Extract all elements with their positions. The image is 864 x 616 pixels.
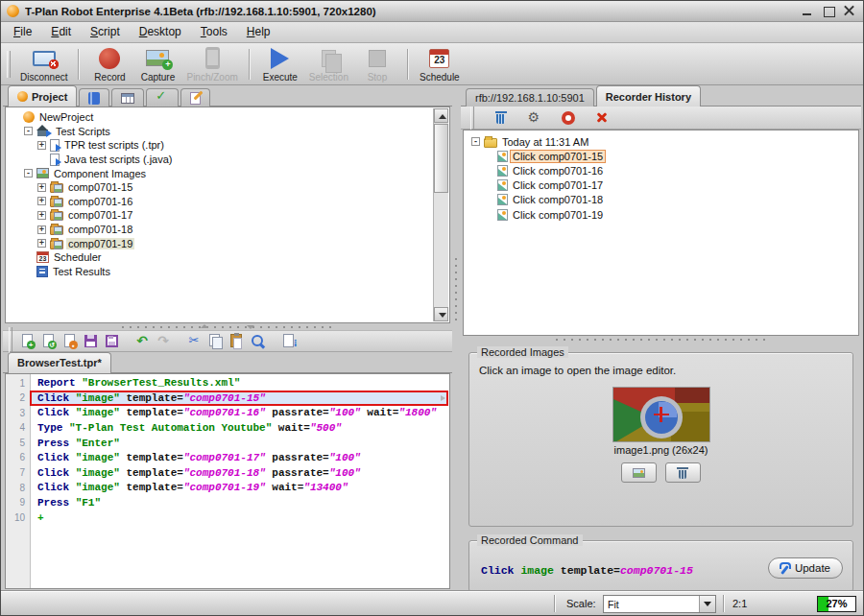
new-document-button[interactable] xyxy=(17,332,36,350)
open-document-button[interactable] xyxy=(38,332,58,350)
copy-button[interactable] xyxy=(205,332,225,350)
tree-item[interactable]: -Today at 11:31 AM xyxy=(468,134,858,149)
toolbar-grip[interactable] xyxy=(7,51,11,78)
tree-item[interactable]: Click comp0701-16 xyxy=(468,163,858,178)
expander-collapse[interactable]: - xyxy=(471,137,480,146)
save-all-button[interactable] xyxy=(102,332,121,350)
recorder-toolbar-grip[interactable] xyxy=(470,105,474,131)
tab-rfb-192-168-1-10-5901[interactable]: rfb://192.168.1.10:5901 xyxy=(466,88,594,107)
tab-check[interactable] xyxy=(146,88,179,107)
chevron-down-icon[interactable] xyxy=(699,596,715,612)
scale-select[interactable]: Fit xyxy=(603,595,716,613)
tree-item[interactable]: +TPR test scripts (.tpr) xyxy=(7,138,432,153)
right-tab-row: rfb://192.168.1.10:5901Recorder History xyxy=(461,85,861,107)
delete-image-button[interactable] xyxy=(665,462,701,483)
recorded-image-thumbnail[interactable] xyxy=(613,388,709,441)
open-image-editor-button[interactable] xyxy=(621,462,657,483)
script-properties-button[interactable] xyxy=(278,332,298,350)
tab-edit[interactable] xyxy=(180,88,210,107)
disconnect-button[interactable]: Disconnect xyxy=(15,45,72,83)
expander-expand[interactable]: + xyxy=(37,197,46,205)
expander-expand[interactable]: + xyxy=(37,211,46,220)
lifesaver-button[interactable] xyxy=(559,108,578,127)
pinch-zoom-icon xyxy=(205,47,220,69)
check-icon xyxy=(156,92,169,105)
expander-collapse[interactable]: - xyxy=(24,169,33,178)
tree-item-label: comp0701-19 xyxy=(66,238,134,249)
cut-button[interactable]: ✂ xyxy=(184,332,204,350)
tab-table[interactable] xyxy=(111,88,144,107)
capture-button[interactable]: Capture xyxy=(133,45,181,83)
tree-item[interactable]: +comp0701-15 xyxy=(7,180,432,195)
close-button[interactable] xyxy=(842,5,857,18)
redo-button[interactable]: ↷ xyxy=(154,332,173,350)
undo-button[interactable]: ↶ xyxy=(132,332,152,350)
find-button[interactable] xyxy=(248,332,267,350)
code-line[interactable]: 8Click "image" template="comp0701-19" wa… xyxy=(6,481,448,496)
code-line[interactable]: 3Click "image" template="comp0701-16" pa… xyxy=(6,406,448,421)
tree-item[interactable]: Java test scripts (.java) xyxy=(7,153,432,167)
tab-notebook[interactable] xyxy=(79,88,109,107)
execute-button[interactable]: Execute xyxy=(256,45,304,83)
record-button[interactable]: Record xyxy=(85,45,133,83)
expander-collapse[interactable]: - xyxy=(24,127,33,135)
tree-item[interactable]: 23Scheduler xyxy=(7,250,432,265)
tree-item[interactable]: Click comp0701-15 xyxy=(468,149,858,163)
tree-item[interactable]: NewProject xyxy=(7,110,432,125)
trash-button[interactable] xyxy=(492,108,511,127)
recorded-command-group: Recorded Command Click image template=co… xyxy=(468,540,853,592)
status-bar: Scale: Fit 2:1 27% xyxy=(1,591,863,615)
menu-file[interactable]: File xyxy=(5,23,40,41)
minimize-button[interactable] xyxy=(800,5,815,18)
code-line[interactable]: 9Press "F1" xyxy=(6,495,448,510)
schedule-button[interactable]: 23Schedule xyxy=(415,45,465,83)
code-line[interactable]: 1Report "BrowserTest_Results.xml" xyxy=(6,376,448,391)
horizontal-splitter[interactable] xyxy=(3,323,452,330)
tree-item[interactable]: Click comp0701-17 xyxy=(468,178,858,193)
editor-toolbar-grip[interactable] xyxy=(9,327,12,354)
tree-item[interactable]: Click comp0701-18 xyxy=(468,193,858,207)
recorded-command-title: Recorded Command xyxy=(477,534,583,546)
expander-expand[interactable]: + xyxy=(37,183,46,192)
menu-tools[interactable]: Tools xyxy=(192,23,236,41)
menu-edit[interactable]: Edit xyxy=(42,23,80,41)
paste-button[interactable] xyxy=(227,332,246,350)
code-line[interactable]: 5Press "Enter" xyxy=(6,436,448,451)
tab-project[interactable]: Project xyxy=(8,85,77,107)
code-line[interactable]: 2Click "image" template="comp0701-15" xyxy=(6,391,448,406)
right-horizontal-splitter[interactable] xyxy=(461,336,861,343)
scroll-thumb[interactable] xyxy=(434,124,448,193)
code-line[interactable]: 6Click "image" template="comp0701-17" pa… xyxy=(6,450,448,465)
maximize-button[interactable] xyxy=(821,5,836,18)
settings-button[interactable] xyxy=(525,108,544,127)
scroll-up-button[interactable] xyxy=(434,108,448,123)
image-caption: image1.png (26x24) xyxy=(469,444,852,456)
tree-item[interactable]: +comp0701-18 xyxy=(7,223,432,237)
tab-browsertest[interactable]: BrowserTest.tpr* xyxy=(8,352,111,373)
vertical-splitter[interactable] xyxy=(452,85,461,591)
code-line[interactable]: 7Click "image" template="comp0701-18" pa… xyxy=(6,465,448,481)
new-recording-button[interactable] xyxy=(60,332,79,350)
tab-recorder-history[interactable]: Recorder History xyxy=(596,85,701,107)
tree-item[interactable]: Click comp0701-19 xyxy=(468,207,858,222)
tree-item[interactable]: Test Results xyxy=(7,265,432,279)
code-line[interactable]: 10+ xyxy=(6,510,448,526)
menu-desktop[interactable]: Desktop xyxy=(131,23,190,41)
scroll-down-button[interactable] xyxy=(434,307,448,321)
delete-button[interactable] xyxy=(592,108,612,127)
code-line[interactable]: 4Type "T-Plan Test Automation Youtube" w… xyxy=(6,420,448,436)
tree-item[interactable]: -Component Images xyxy=(7,166,432,180)
expander-expand[interactable]: + xyxy=(37,225,46,234)
tree-item[interactable]: -Test Scripts xyxy=(7,125,432,139)
save-button[interactable] xyxy=(81,332,100,350)
update-button[interactable]: Update xyxy=(768,557,843,579)
tree-item[interactable]: +comp0701-16 xyxy=(7,195,432,209)
tree-item[interactable]: +comp0701-17 xyxy=(7,208,432,223)
script-editor[interactable]: 1Report "BrowserTest_Results.xml"2Click … xyxy=(5,373,450,590)
expander-expand[interactable]: + xyxy=(37,239,46,248)
project-tree-scrollbar[interactable] xyxy=(433,108,448,321)
tree-item[interactable]: +comp0701-19 xyxy=(7,236,432,250)
menu-help[interactable]: Help xyxy=(238,23,279,41)
menu-script[interactable]: Script xyxy=(82,23,129,41)
expander-expand[interactable]: + xyxy=(37,141,46,150)
